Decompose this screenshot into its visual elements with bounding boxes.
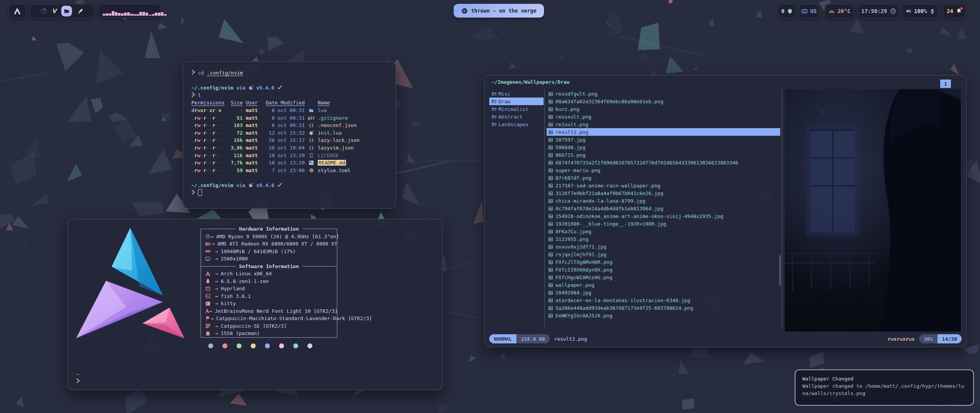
lua-icon: [308, 130, 315, 135]
file-row[interactable]: 8FKa7Cu.jpeg: [547, 228, 780, 235]
file-row[interactable]: ressdfgult.png: [547, 90, 780, 98]
palette-dot: [237, 343, 242, 348]
file-size: 183: [227, 122, 243, 129]
col-permissions: Permissions: [191, 99, 224, 107]
file-row[interactable]: 596848.jpg: [547, 143, 780, 151]
file-name: .neoconf.json: [318, 122, 387, 129]
file-row[interactable]: 5a266e448add93deab367d87173e9f25-6837886…: [547, 304, 780, 312]
info-row: →Catppuccin-SE [GTK2/3]: [201, 322, 337, 330]
software-title: Software Information: [239, 263, 299, 269]
sidebar-item-draw[interactable]: Draw: [489, 98, 544, 105]
visualizer-bar: [161, 12, 163, 16]
braces-icon: {}: [308, 144, 315, 152]
file-row[interactable]: 68747470733a2f2f696d616765732d776d702d65…: [547, 159, 780, 166]
markdown-icon: M↓: [308, 161, 315, 165]
workspace-paint[interactable]: [77, 8, 84, 15]
file-row[interactable]: 08a634fa02a32364f69ebc86a98eb1eb.png: [547, 98, 780, 105]
file-row[interactable]: wallpaper.png: [547, 281, 780, 289]
info-value: 1558 (pacman): [221, 330, 260, 336]
sidebar-item-landscapes[interactable]: Landscapes: [489, 120, 544, 128]
tab-badge[interactable]: 1: [940, 80, 951, 88]
fm-status-bar: NORMAL 218.8 KB result2.png -rwxrwxrwx 3…: [489, 334, 962, 344]
file-owner: matt: [246, 144, 262, 152]
file-name: 08a634fa02a32364f69ebc86a98eb1eb.png: [555, 99, 663, 104]
visualizer-bar: [124, 13, 127, 16]
workspace-vim[interactable]: V: [52, 8, 57, 15]
braces-icon: {}: [308, 122, 315, 129]
file-row[interactable]: nnvuv0xj2df71.jpg: [547, 243, 780, 250]
volume-module[interactable]: 100%: [902, 4, 939, 18]
launcher-button[interactable]: [8, 4, 26, 18]
file-row[interactable]: 87r687df.png: [547, 174, 780, 182]
speaker-icon: [905, 8, 911, 14]
desktop: V thrown - on the verge 0 US 26°C 17:50:…: [0, 0, 980, 413]
gpu-icon: [205, 241, 212, 247]
file-name: LICENSE: [318, 152, 387, 159]
fetch-window[interactable]: Hardware Information →AMD Ryzen 9 5900X …: [67, 219, 443, 390]
lua-icon: [248, 183, 253, 188]
file-row[interactable]: 3126f7e9bbf21a8a4af0b67b041c6e26.jpg: [547, 189, 780, 197]
prompt-path: ~: [76, 371, 80, 378]
file-permissions: .rw-r--r--: [191, 122, 224, 129]
terminal-window[interactable]: cd .config/nvim ~/.config/nvim via v5.4.…: [183, 61, 396, 209]
arch-icon: [205, 271, 215, 276]
arrow-icon: →: [215, 271, 218, 276]
file-row[interactable]: FXfcHgcWIAMzs0G.png: [547, 273, 780, 281]
file-name: re1sult.png: [555, 122, 588, 127]
file-row[interactable]: super-mario.png: [547, 166, 780, 174]
visualizer-bar: [149, 15, 151, 16]
cursor-position: 14/38: [938, 334, 962, 343]
gear-icon: [308, 168, 315, 173]
terminal-cursor: [198, 189, 202, 196]
file-row[interactable]: 587597.jpg: [547, 136, 780, 143]
file-row[interactable]: resssult.png: [547, 113, 780, 120]
file-row[interactable]: re1sult.png: [547, 120, 780, 128]
file-row[interactable]: atardecer-en-la-montanas-ilustracion-634…: [547, 296, 780, 304]
rainbow-icon: [828, 8, 835, 15]
sidebar-item-minimalist[interactable]: Minimalist: [489, 105, 544, 113]
file-row[interactable]: 3122955.png: [547, 235, 780, 243]
info-value: Catppuccin-Macchiato-Standard-Lavender-D…: [216, 315, 372, 321]
keyboard-layout-module[interactable]: US: [799, 4, 819, 18]
file-date: 7 oct 23:06: [265, 167, 305, 174]
updates-module[interactable]: 0: [778, 4, 796, 18]
file-row[interactable]: FXfcJlTXgAMvH6R.png: [547, 258, 780, 266]
file-row[interactable]: chica-mirando-la-luna-8799.jpg: [547, 197, 780, 205]
scrollbar-thumb[interactable]: [779, 255, 781, 286]
sidebar-item-misc[interactable]: Misc: [489, 90, 544, 98]
workspace-files-active[interactable]: [61, 6, 72, 16]
sidebar-item-abstract[interactable]: Abstract: [489, 113, 544, 120]
file-row[interactable]: EeNKYgIUcAAJ5JX.png: [547, 312, 780, 319]
terminal-prompt-line[interactable]: [191, 189, 387, 197]
file-row[interactable]: FXfcII0X0AQyn9X.png: [547, 266, 780, 273]
file-row[interactable]: 0c794faf07de24a4db4d4fb1eb813964.jpg: [547, 205, 780, 212]
visualizer-bar: [158, 13, 160, 16]
workspace-firefox[interactable]: [40, 8, 47, 15]
file-row[interactable]: result2.png: [547, 128, 780, 136]
dir-name: Draw: [498, 99, 510, 104]
file-row[interactable]: rsjqojlmjhf91.jpg: [547, 250, 780, 258]
file-size: 72: [227, 129, 243, 137]
keyboard-icon: [801, 8, 808, 15]
file-name: ressdfgult.png: [555, 91, 598, 97]
file-row[interactable]: 154928-odinokoe_anime-art-anime-okno-sin…: [547, 212, 780, 220]
notifications-module[interactable]: 24: [943, 4, 966, 18]
file-row[interactable]: 217167-sad-anime-rain-wallpaper.png: [547, 182, 780, 189]
file-manager-window[interactable]: ~/Imagenes/Wallpapers/Draw 1 MiscDrawMin…: [484, 75, 967, 347]
music-module[interactable]: thrown - on the verge: [454, 4, 544, 18]
clock-module[interactable]: 17:50:29: [858, 4, 900, 18]
notification-toast[interactable]: Wallpaper Changed Wallpaper changed to /…: [795, 369, 974, 406]
info-value: JetBrainsMono Nerd Font Light 10 [GTK2/3…: [215, 308, 338, 314]
file-row[interactable]: 20492984.jpg: [547, 289, 780, 296]
visualizer-bar: [152, 14, 154, 16]
software-rows: →Arch Linux x86_64→6.5.8-zen1-1-zen→Hypr…: [201, 270, 337, 337]
info-value: fish 3.6.1: [221, 293, 251, 299]
fetch-prompt[interactable]: ~: [76, 371, 80, 385]
file-row: .rw-r--r--7,7kmatt18 oct 13:29M↓README.m…: [191, 159, 387, 167]
file-row[interactable]: 866715.png: [547, 151, 780, 159]
scroll-percentage: 36%: [919, 334, 937, 343]
file-name: rsjqojlmjhf91.jpg: [555, 252, 606, 257]
weather-module[interactable]: 26°C: [825, 4, 854, 18]
file-row[interactable]: 19201080-__blue-tinge__-1920×1080.jpg: [547, 220, 780, 228]
file-row[interactable]: kurz.png: [547, 105, 780, 113]
